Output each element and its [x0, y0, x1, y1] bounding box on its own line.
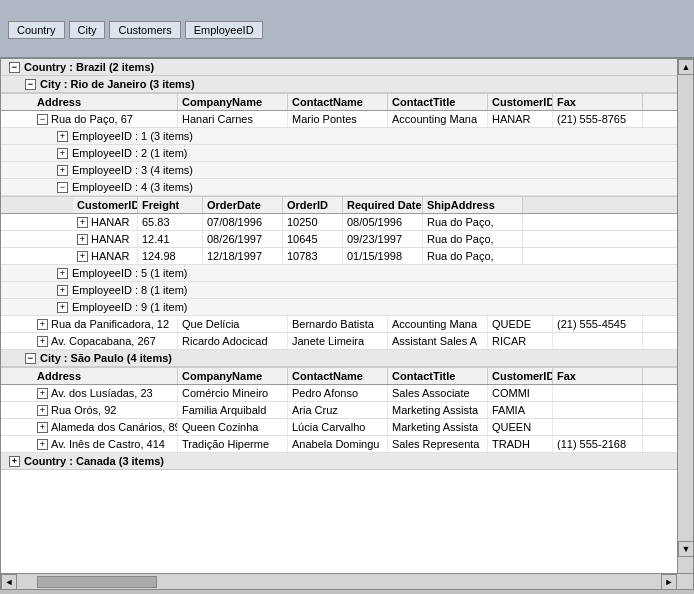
cell-address3: + Av. Copacabana, 267 [33, 333, 178, 349]
sp-cell-company4: Tradição Hiperme [178, 436, 288, 452]
sp-cell-title2: Marketing Assista [388, 402, 488, 418]
sp-cell-company2: Familia Arquibald [178, 402, 288, 418]
emp-group-3[interactable]: + EmployeeID : 3 (4 items) [1, 162, 693, 179]
table-row: − Rua do Paço, 67 Hanari Carnes Mario Po… [1, 111, 693, 128]
sp-col-fax: Fax [553, 368, 643, 384]
expand-canada[interactable]: + [9, 456, 20, 467]
cell-custid2: QUEDE [488, 316, 553, 332]
scroll-down-arrow[interactable]: ▼ [678, 541, 694, 557]
header-bar: Country City Customers EmployeeID [0, 0, 694, 58]
expand-ricar[interactable]: + [37, 336, 48, 347]
order-freight2: 12.41 [138, 231, 203, 247]
order-ship: Rua do Paço, [423, 214, 523, 230]
expand-emp1[interactable]: + [57, 131, 68, 142]
sp-cell-contact3: Lúcia Carvalho [288, 419, 388, 435]
tag-city[interactable]: City [69, 21, 106, 39]
orders-col-headers: CustomerID Freight OrderDate OrderID Req… [1, 196, 693, 214]
main-container: − Country : Brazil (2 items) − City : Ri… [0, 58, 694, 590]
expand-emp5[interactable]: + [57, 268, 68, 279]
order-date2: 08/26/1997 [203, 231, 283, 247]
order-custid: + HANAR [73, 214, 138, 230]
sp-row-1: + Av. dos Lusíadas, 23 Comércio Mineiro … [1, 385, 693, 402]
scroll-left-arrow[interactable]: ◄ [1, 574, 17, 590]
sp-cell-fax3 [553, 419, 643, 435]
order-custid3: + HANAR [73, 248, 138, 264]
sp-col-custid: CustomerID [488, 368, 553, 384]
group-saopaulo[interactable]: − City : São Paulo (4 items) [1, 350, 693, 367]
expand-order1[interactable]: + [77, 217, 88, 228]
order-ship2: Rua do Paço, [423, 231, 523, 247]
sp-cell-contact1: Pedro Afonso [288, 385, 388, 401]
order-date3: 12/18/1997 [203, 248, 283, 264]
col-contact: ContactName [288, 94, 388, 110]
cell-fax2: (21) 555-4545 [553, 316, 643, 332]
emp-group-9[interactable]: + EmployeeID : 9 (1 item) [1, 299, 693, 316]
expand-emp9[interactable]: + [57, 302, 68, 313]
group-canada[interactable]: + Country : Canada (3 items) [1, 453, 693, 470]
sp-cell-contact2: Aria Cruz [288, 402, 388, 418]
cell-custid: HANAR [488, 111, 553, 127]
sp-cell-fax4: (11) 555-2168 [553, 436, 643, 452]
scroll-up-arrow[interactable]: ▲ [678, 59, 694, 75]
cell-company: Hanari Carnes [178, 111, 288, 127]
emp-group-5[interactable]: + EmployeeID : 5 (1 item) [1, 265, 693, 282]
expand-commi[interactable]: + [37, 388, 48, 399]
sp-cell-company3: Queen Cozinha [178, 419, 288, 435]
order-freight3: 124.98 [138, 248, 203, 264]
sp-cell-custid3: QUEEN [488, 419, 553, 435]
scroll-area[interactable]: − Country : Brazil (2 items) − City : Ri… [1, 59, 693, 589]
expand-famia[interactable]: + [37, 405, 48, 416]
group-brazil[interactable]: − Country : Brazil (2 items) [1, 59, 693, 76]
expand-rio[interactable]: − [25, 79, 36, 90]
group-rio[interactable]: − City : Rio de Janeiro (3 items) [1, 76, 693, 93]
sp-cell-contact4: Anabela Domingu [288, 436, 388, 452]
order-reqdate: 08/05/1996 [343, 214, 423, 230]
emp-group-8[interactable]: + EmployeeID : 8 (1 item) [1, 282, 693, 299]
expand-emp8[interactable]: + [57, 285, 68, 296]
cell-title2: Accounting Mana [388, 316, 488, 332]
table-row-3: + Av. Copacabana, 267 Ricardo Adocicad J… [1, 333, 693, 350]
sub-col-orderdate: OrderDate [203, 197, 283, 213]
sp-cell-fax1 [553, 385, 643, 401]
sub-col-freight: Freight [138, 197, 203, 213]
sp-row-3: + Alameda dos Canários, 891 Queen Cozinh… [1, 419, 693, 436]
order-ship3: Rua do Paço, [423, 248, 523, 264]
scrollbar-right[interactable]: ▲ ▼ [677, 59, 693, 573]
emp-group-1[interactable]: + EmployeeID : 1 (3 items) [1, 128, 693, 145]
cell-contact: Mario Pontes [288, 111, 388, 127]
order-row-3: + HANAR 124.98 12/18/1997 10783 01/15/19… [1, 248, 693, 265]
brazil-label: Country : Brazil (2 items) [24, 61, 154, 73]
order-row-1: + HANAR 65.83 07/08/1996 10250 08/05/199… [1, 214, 693, 231]
sp-cell-title1: Sales Associate [388, 385, 488, 401]
expand-order3[interactable]: + [77, 251, 88, 262]
scroll-right-arrow[interactable]: ► [661, 574, 677, 590]
scroll-thumb-horizontal[interactable] [37, 576, 157, 588]
expand-saopaulo[interactable]: − [25, 353, 36, 364]
sp-cell-title4: Sales Representa [388, 436, 488, 452]
cell-title3: Assistant Sales A [388, 333, 488, 349]
expand-emp2[interactable]: + [57, 148, 68, 159]
table-row-2: + Rua da Panificadora, 12 Que Delícia Be… [1, 316, 693, 333]
saopaulo-label: City : São Paulo (4 items) [40, 352, 172, 364]
tag-customers[interactable]: Customers [109, 21, 180, 39]
col-fax: Fax [553, 94, 643, 110]
emp-group-2[interactable]: + EmployeeID : 2 (1 item) [1, 145, 693, 162]
sp-cell-custid4: TRADH [488, 436, 553, 452]
tag-country[interactable]: Country [8, 21, 65, 39]
expand-tradh[interactable]: + [37, 439, 48, 450]
expand-hanar[interactable]: − [37, 114, 48, 125]
expand-emp3[interactable]: + [57, 165, 68, 176]
emp-group-4[interactable]: − EmployeeID : 4 (3 items) [1, 179, 693, 196]
expand-emp4[interactable]: − [57, 182, 68, 193]
cell-company3: Ricardo Adocicad [178, 333, 288, 349]
expand-queen[interactable]: + [37, 422, 48, 433]
expand-brazil[interactable]: − [9, 62, 20, 73]
sub-col-orderid: OrderID [283, 197, 343, 213]
sp-row-4: + Av. Inês de Castro, 414 Tradição Hiper… [1, 436, 693, 453]
expand-quede[interactable]: + [37, 319, 48, 330]
order-date: 07/08/1996 [203, 214, 283, 230]
order-id: 10250 [283, 214, 343, 230]
tag-employeeid[interactable]: EmployeeID [185, 21, 263, 39]
scrollbar-bottom[interactable]: ◄ ► [1, 573, 693, 589]
expand-order2[interactable]: + [77, 234, 88, 245]
